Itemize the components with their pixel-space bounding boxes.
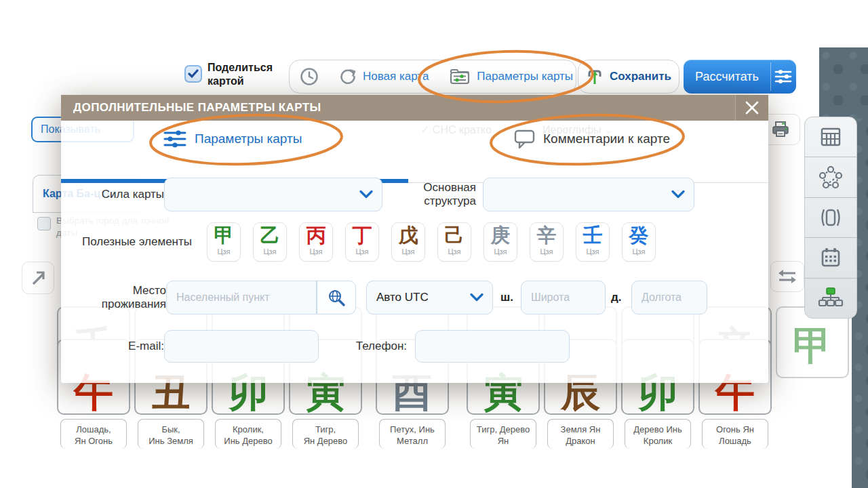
email-input-wrap — [164, 330, 319, 363]
sidebar-item-elements-cycle[interactable] — [805, 157, 856, 197]
residence-label: Место проживания — [68, 281, 166, 314]
hierarchy-icon — [818, 286, 844, 310]
stem-sub-label: Цзя — [438, 247, 471, 256]
stem-sub-label: Цзя — [208, 247, 240, 256]
longitude-input[interactable] — [632, 281, 707, 314]
pillars-icon — [818, 206, 843, 229]
comment-bubble-icon — [514, 129, 536, 149]
modal-title: ДОПОЛНИТЕЛЬНЫЕ ПАРАМЕТРЫ КАРТЫ — [61, 101, 321, 115]
useful-element-gui[interactable]: 癸 Цзя — [622, 222, 656, 262]
strength-label: Сила карты — [68, 178, 164, 211]
share-checkbox[interactable] — [184, 65, 202, 83]
expand-button[interactable] — [22, 262, 54, 294]
additional-params-modal: ДОПОЛНИТЕЛЬНЫЕ ПАРАМЕТРЫ КАРТЫ Параметры… — [61, 95, 768, 383]
tab-chart-comments-label: Комментарии к карте — [543, 131, 670, 146]
stem-char: 癸 — [623, 223, 655, 247]
useful-element-wu[interactable]: 戊 Цзя — [391, 222, 425, 262]
stem-sub-label: Цзя — [392, 247, 425, 256]
city-input[interactable] — [167, 281, 316, 314]
save-button[interactable]: Сохранить — [576, 60, 682, 93]
stem-sub-label: Цзя — [346, 247, 378, 256]
structure-select[interactable] — [483, 178, 694, 211]
app-window: Показывать ✓ СНС кратко Иероглифы ⌄ Карт… — [0, 0, 868, 488]
calculate-label: Рассчитать — [684, 60, 770, 94]
useful-element-yi[interactable]: 乙 Цзя — [253, 222, 287, 262]
refresh-icon — [339, 68, 357, 85]
longitude-abbr: д. — [611, 281, 627, 314]
stem-char: 甲 — [208, 223, 240, 247]
sliders-icon — [774, 68, 793, 85]
sidebar-item-pillars[interactable] — [805, 197, 856, 237]
useful-element-geng[interactable]: 庚 Цзя — [484, 222, 517, 262]
check-icon — [188, 69, 199, 79]
stem-char: 庚 — [484, 223, 517, 247]
stem-sub-label: Цзя — [530, 247, 563, 256]
left-right-arrows-icon — [776, 268, 798, 285]
stem-char: 丙 — [300, 223, 332, 247]
sidebar-item-hierarchy[interactable] — [805, 278, 856, 318]
modal-close-button[interactable] — [735, 95, 768, 121]
useful-element-bing[interactable]: 丙 Цзя — [299, 222, 333, 262]
stem-char: 己 — [438, 223, 471, 247]
branch-label: Дерево Инь Кролик — [625, 419, 691, 449]
sliders-icon — [163, 128, 187, 150]
stem-char: 戊 — [392, 223, 425, 247]
clock-icon — [300, 67, 319, 86]
stem-sub-label: Цзя — [254, 247, 286, 256]
useful-element-ren[interactable]: 壬 Цзя — [576, 222, 610, 262]
swap-columns-button[interactable] — [770, 261, 804, 292]
calc-settings-button[interactable] — [771, 60, 796, 94]
useful-element-ding[interactable]: 丁 Цзя — [345, 222, 379, 262]
tab-chart-params[interactable]: Параметры карты — [163, 121, 302, 157]
calendar-icon — [818, 246, 843, 269]
chart-params-button[interactable]: Параметры карты — [439, 60, 583, 93]
table-icon — [818, 125, 843, 148]
stem-char: 壬 — [576, 223, 609, 247]
new-chart-button[interactable]: Новая карта — [329, 60, 439, 93]
useful-element-ji[interactable]: 己 Цзя — [437, 222, 471, 262]
branch-label: Бык, Инь Земля — [138, 419, 204, 449]
tab-chart-params-label: Параметры карты — [195, 131, 302, 146]
stem-char: 丁 — [346, 223, 378, 247]
modal-header: ДОПОЛНИТЕЛЬНЫЕ ПАРАМЕТРЫ КАРТЫ — [61, 95, 768, 121]
sidebar-item-calendar[interactable] — [805, 237, 856, 277]
phone-input[interactable] — [416, 331, 569, 362]
structure-label: Основная структура — [395, 178, 476, 211]
phone-input-wrap — [415, 330, 570, 363]
chart-params-icon — [449, 67, 471, 86]
city-search-button[interactable] — [317, 281, 356, 314]
city-hint-checkbox[interactable] — [37, 217, 51, 230]
useful-element-jia[interactable]: 甲 Цзя — [207, 222, 241, 262]
useful-element-xin[interactable]: 辛 Цзя — [530, 222, 564, 262]
branch-label: Тигр, Ян Дерево — [292, 419, 359, 449]
useful-elements-label: Полезные элементы — [68, 222, 192, 262]
stem-card-char: 甲 — [793, 314, 832, 377]
save-label: Сохранить — [610, 70, 671, 83]
top-toolbar: Поделиться картой Новая карта — [0, 0, 868, 95]
utc-select-value: Авто UTC — [367, 291, 429, 304]
chart-actions-group: Новая карта Параметры карты — [289, 60, 576, 94]
tab-chart-comments[interactable]: Комментарии к карте — [514, 121, 670, 157]
history-button[interactable] — [290, 60, 329, 93]
save-group: Сохранить — [578, 60, 679, 94]
strength-select[interactable] — [164, 178, 382, 211]
calculate-button[interactable]: Рассчитать — [684, 60, 796, 94]
latitude-abbr: ш. — [500, 281, 517, 314]
new-chart-label: Новая карта — [363, 70, 429, 83]
latitude-input[interactable] — [521, 281, 605, 314]
branch-label: Огонь Ян Лошадь — [702, 419, 768, 449]
branch-label: Кролик, Инь Дерево — [215, 419, 281, 449]
branch-label: Лошадь, Ян Огонь — [60, 419, 127, 449]
branch-label: Земля Ян Дракон — [547, 419, 614, 449]
stem-char: 辛 — [530, 223, 563, 247]
sidebar-item-table[interactable] — [805, 117, 856, 157]
utc-select[interactable]: Авто UTC — [366, 281, 493, 314]
five-elements-cycle-icon — [818, 165, 843, 190]
chart-params-label: Параметры карты — [477, 70, 573, 83]
chevron-down-icon — [470, 293, 484, 302]
longitude-input-wrap — [631, 281, 707, 314]
email-input[interactable] — [165, 331, 318, 362]
city-input-wrap — [166, 281, 317, 314]
right-sidebar — [804, 117, 857, 319]
branch-label: Петух, Инь Металл — [379, 419, 446, 449]
